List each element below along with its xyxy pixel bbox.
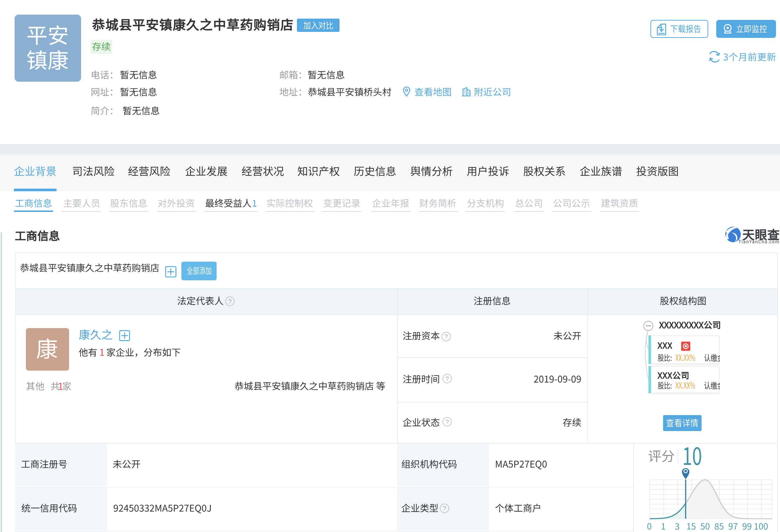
svg-text:?: ? (228, 298, 232, 305)
svg-text:?: ? (443, 505, 446, 512)
svg-text:?: ? (445, 375, 449, 382)
svg-text:?: ? (445, 418, 449, 425)
svg-text:?: ? (444, 333, 448, 340)
